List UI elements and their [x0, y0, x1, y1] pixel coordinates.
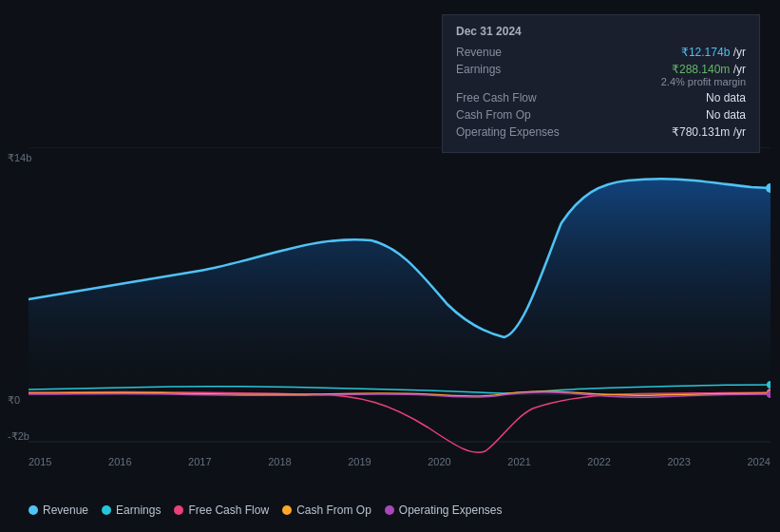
x-label-2018: 2018	[268, 456, 291, 467]
tooltip-value-earnings: ₹288.140m /yr 2.4% profit margin	[661, 63, 746, 87]
legend-item-revenue[interactable]: Revenue	[29, 504, 88, 517]
revenue-area	[29, 179, 770, 394]
legend-dot-fcf	[174, 505, 183, 515]
fcf-line	[29, 392, 770, 453]
tooltip-value-fcf: No data	[706, 91, 746, 104]
tooltip-value-revenue: ₹12.174b /yr	[681, 46, 746, 59]
x-label-2024: 2024	[747, 456, 770, 467]
legend-item-fcf[interactable]: Free Cash Flow	[174, 504, 269, 517]
legend-item-opex[interactable]: Operating Expenses	[385, 504, 503, 517]
tooltip-date: Dec 31 2024	[456, 25, 746, 38]
x-label-2016: 2016	[108, 456, 131, 467]
tooltip-label-earnings: Earnings	[456, 63, 561, 76]
chart-svg	[29, 147, 770, 470]
legend-item-earnings[interactable]: Earnings	[102, 504, 161, 517]
x-label-2020: 2020	[428, 456, 450, 467]
x-label-2021: 2021	[507, 456, 530, 467]
tooltip-row-cashfromop: Cash From Op No data	[456, 108, 746, 122]
x-label-2023: 2023	[667, 456, 690, 467]
tooltip-label-opex: Operating Expenses	[456, 125, 561, 139]
tooltip-row-earnings: Earnings ₹288.140m /yr 2.4% profit margi…	[456, 63, 746, 87]
tooltip-label-cashfromop: Cash From Op	[456, 108, 561, 122]
tooltip-box: Dec 31 2024 Revenue ₹12.174b /yr Earning…	[442, 14, 760, 153]
x-label-2015: 2015	[29, 456, 51, 467]
y-label-neg2b: -₹2b	[8, 430, 29, 443]
chart-legend: Revenue Earnings Free Cash Flow Cash Fro…	[29, 504, 503, 517]
legend-label-opex: Operating Expenses	[399, 504, 503, 517]
tooltip-value-cashfromop: No data	[706, 108, 746, 122]
tooltip-label-fcf: Free Cash Flow	[456, 91, 561, 104]
legend-dot-opex	[385, 505, 394, 515]
legend-item-cashfromop[interactable]: Cash From Op	[282, 504, 371, 517]
legend-label-earnings: Earnings	[116, 504, 161, 517]
tooltip-row-opex: Operating Expenses ₹780.131m /yr	[456, 125, 746, 139]
x-label-2019: 2019	[348, 456, 371, 467]
legend-label-cashfromop: Cash From Op	[296, 504, 371, 517]
legend-dot-revenue	[29, 505, 38, 515]
legend-dot-cashfromop	[282, 505, 292, 515]
x-label-2022: 2022	[587, 456, 610, 467]
x-label-2017: 2017	[188, 456, 211, 467]
tooltip-row-revenue: Revenue ₹12.174b /yr	[456, 46, 746, 59]
y-label-0: ₹0	[8, 394, 20, 407]
tooltip-label-revenue: Revenue	[456, 46, 561, 59]
tooltip-row-fcf: Free Cash Flow No data	[456, 91, 746, 104]
legend-label-revenue: Revenue	[43, 504, 88, 517]
chart-container: Dec 31 2024 Revenue ₹12.174b /yr Earning…	[0, 0, 780, 532]
legend-dot-earnings	[102, 505, 111, 515]
chart-area	[29, 147, 770, 470]
legend-label-fcf: Free Cash Flow	[188, 504, 269, 517]
x-axis-labels: 2015 2016 2017 2018 2019 2020 2021 2022 …	[29, 456, 770, 467]
tooltip-value-opex: ₹780.131m /yr	[672, 125, 746, 139]
